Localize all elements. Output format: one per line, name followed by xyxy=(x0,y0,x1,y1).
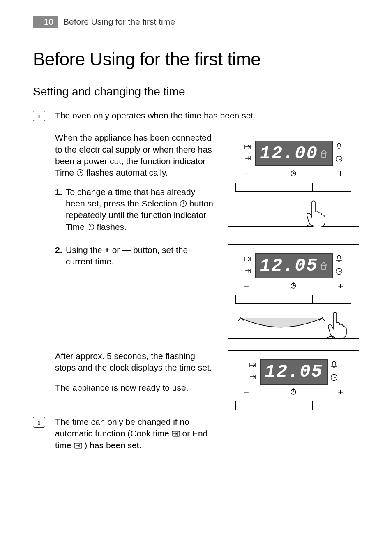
heading-1: Before Using for the first time xyxy=(33,49,359,70)
bell-icon xyxy=(336,142,342,151)
minus-icon: — xyxy=(122,245,131,255)
clock-plus-icon xyxy=(335,268,343,277)
selection-icon xyxy=(289,281,297,292)
clock-plus-icon xyxy=(335,155,343,164)
heading-2: Setting and changing the time xyxy=(33,85,359,98)
svg-point-28 xyxy=(339,261,340,262)
button-strip xyxy=(235,401,351,410)
cooktime-icon xyxy=(244,144,252,151)
endtime-icon xyxy=(74,440,85,450)
lcd-display-2: 12.05 xyxy=(255,253,333,278)
clock-icon xyxy=(87,222,97,232)
figure-2-panel: 12.05 xyxy=(228,244,359,339)
minus-icon: − xyxy=(244,281,249,292)
clock-plus-icon xyxy=(330,374,338,383)
figure-1-panel: 12.00 xyxy=(228,132,359,227)
finger-press-icon xyxy=(303,199,327,228)
bell-icon xyxy=(336,255,342,264)
plus-icon: + xyxy=(338,169,343,179)
plus-icon: + xyxy=(338,281,343,292)
para-after: After approx. 5 seconds, the flashing st… xyxy=(55,350,215,374)
svg-rect-27 xyxy=(322,266,326,269)
info-icon: i xyxy=(33,111,45,121)
page-number: 10 xyxy=(33,16,58,28)
running-header: 10 Before Using for the first time xyxy=(33,16,359,28)
plus-icon: + xyxy=(338,387,343,398)
selection-icon xyxy=(180,199,189,208)
svg-point-14 xyxy=(339,148,340,150)
minus-icon: − xyxy=(244,387,249,398)
bell-icon xyxy=(331,361,337,370)
selection-icon xyxy=(289,387,297,398)
minus-icon: − xyxy=(244,169,249,179)
plus-icon: + xyxy=(105,245,110,255)
endtime-icon xyxy=(244,155,252,163)
info-note-1: The oven only operates when the time has… xyxy=(55,110,359,121)
swipe-arc-icon xyxy=(236,314,327,330)
running-title: Before Using for the first time xyxy=(58,16,181,28)
svg-point-41 xyxy=(334,367,335,368)
button-strip xyxy=(235,183,351,192)
figure-3-panel: 12.05 − xyxy=(228,350,359,445)
para-ready: The appliance is now ready to use. xyxy=(55,382,215,394)
step-2: 2. Using the + or — button, set the curr… xyxy=(55,244,215,268)
lcd-display-1: 12.00 xyxy=(255,141,333,166)
cooktime-icon xyxy=(244,256,252,264)
selection-icon xyxy=(289,169,297,179)
cooktime-icon xyxy=(172,429,182,438)
button-strip xyxy=(235,295,351,304)
finger-press-icon xyxy=(324,310,349,339)
cooktime-icon xyxy=(249,362,257,370)
info-note-2: The time can only be changed if no autom… xyxy=(55,416,219,451)
house-icon xyxy=(320,261,328,273)
endtime-icon xyxy=(244,268,252,275)
house-icon xyxy=(320,148,328,160)
clock-icon xyxy=(76,168,86,177)
para-connect: When the appliance has been connected to… xyxy=(55,132,215,178)
lcd-display-3: 12.05 xyxy=(260,359,328,385)
svg-rect-13 xyxy=(322,153,326,157)
step-1: 1. To change a time that has already bee… xyxy=(55,186,215,233)
endtime-icon xyxy=(249,374,257,381)
info-icon: i xyxy=(33,417,45,428)
